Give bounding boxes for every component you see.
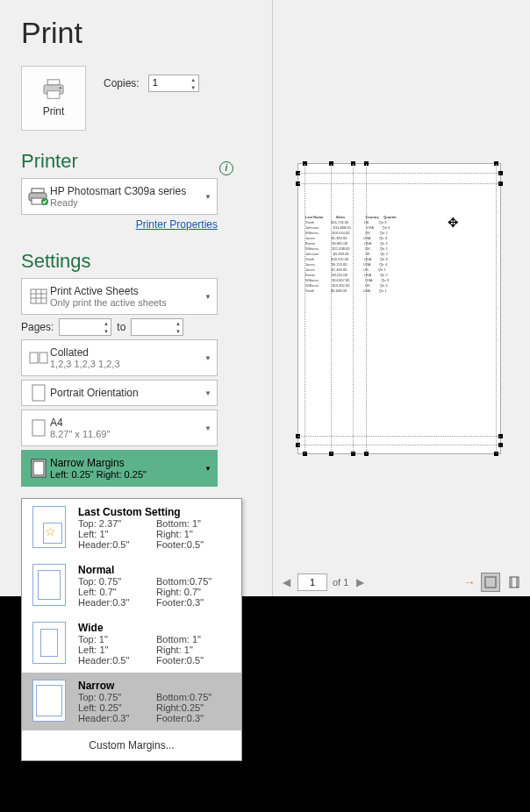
svg-rect-8 (31, 289, 47, 303)
svg-rect-15 (32, 385, 45, 401)
margins-label: Narrow Margins (50, 457, 201, 469)
chevron-down-icon: ▼ (204, 354, 211, 362)
copies-row: Copies: ▲▼ (104, 66, 199, 92)
margins-thumb-icon (32, 680, 66, 722)
print-what-label: Print Active Sheets (50, 285, 201, 297)
margins-option-last-custom[interactable]: ☆ Last Custom Setting Top: 2.37" Bottom:… (22, 499, 241, 557)
copies-down[interactable]: ▼ (190, 83, 197, 91)
printer-icon (41, 79, 66, 100)
svg-rect-2 (47, 91, 60, 99)
collate-label: Collated (50, 346, 201, 359)
margins-option-narrow[interactable]: Narrow Top: 0.75" Bottom:0.75" Left: 0.2… (22, 673, 241, 730)
zoom-to-page-button[interactable] (481, 573, 500, 592)
paper-sub: 8.27" x 11.69" (50, 429, 201, 439)
svg-rect-0 (47, 80, 60, 85)
margins-option-normal[interactable]: Normal Top: 0.75" Bottom:0.75" Left: 0.7… (22, 557, 241, 615)
page-title: Print (21, 16, 233, 50)
collate-sub: 1,2,3 1,2,3 1,2,3 (50, 359, 201, 369)
print-what-sub: Only print the active sheets (50, 297, 201, 308)
print-button[interactable]: Print (21, 66, 86, 131)
page-number-input[interactable] (297, 573, 327, 591)
margins-icon (27, 459, 50, 478)
margins-thumb-icon (32, 564, 66, 606)
print-button-label: Print (43, 105, 65, 118)
orientation-label: Portrait Orientation (50, 387, 201, 399)
paper-label: A4 (50, 417, 201, 429)
svg-rect-16 (32, 420, 45, 436)
printer-properties-link[interactable]: Printer Properties (136, 218, 218, 231)
svg-rect-4 (32, 189, 44, 193)
show-margins-button[interactable] (505, 573, 523, 591)
preview-table: Last Name Sales Country Quarter Smith $1… (305, 215, 404, 294)
printer-status-icon (27, 187, 50, 206)
pages-from-spinner[interactable]: ▲▼ (59, 318, 111, 336)
margins-dropdown[interactable]: Narrow Margins Left: 0.25" Right: 0.25" … (21, 450, 218, 487)
copies-spinner[interactable]: ▲▼ (148, 75, 199, 92)
svg-rect-13 (30, 353, 38, 363)
collate-dropdown[interactable]: Collated 1,2,3 1,2,3 1,2,3 ▼ (21, 339, 218, 376)
printer-name: HP Photosmart C309a series (50, 185, 201, 197)
margins-sub: Left: 0.25" Right: 0.25" (50, 469, 201, 480)
margins-option-wide[interactable]: Wide Top: 1" Bottom: 1" Left: 1" Right: … (22, 615, 241, 673)
printer-dropdown[interactable]: HP Photosmart C309a series Ready ▼ (21, 178, 218, 215)
svg-point-3 (60, 87, 61, 89)
chevron-down-icon: ▼ (204, 424, 211, 432)
pages-to-label: to (117, 321, 125, 333)
orientation-dropdown[interactable]: Portrait Orientation ▼ (21, 380, 218, 406)
pages-to-spinner[interactable]: ▲▼ (131, 318, 183, 336)
settings-heading: Settings (21, 250, 233, 273)
svg-rect-14 (39, 353, 47, 363)
collate-icon (27, 350, 50, 366)
pages-label: Pages: (21, 321, 54, 333)
margins-thumb-icon: ☆ (32, 506, 66, 548)
print-what-dropdown[interactable]: Print Active Sheets Only print the activ… (21, 278, 218, 315)
next-page-button[interactable]: ▶ (354, 576, 366, 588)
chevron-down-icon: ▼ (204, 193, 211, 201)
zoom-arrow-icon: → (463, 575, 476, 589)
info-icon[interactable]: i (219, 161, 233, 175)
chevron-down-icon: ▼ (204, 293, 211, 301)
margins-dropdown-panel: ☆ Last Custom Setting Top: 2.37" Bottom:… (21, 498, 242, 761)
page-of-label: of 1 (333, 577, 348, 588)
margins-thumb-icon (32, 622, 66, 664)
svg-rect-19 (485, 577, 496, 588)
margins-custom[interactable]: Custom Margins... (22, 730, 241, 760)
print-preview: ✥ Last Name Sales Country Quarter Smith … (297, 163, 501, 454)
printer-heading: Printer (21, 150, 233, 173)
copies-up[interactable]: ▲ (190, 75, 197, 83)
paper-icon (27, 419, 50, 437)
printer-status: Ready (50, 197, 201, 208)
move-cursor-icon: ✥ (448, 215, 459, 231)
copies-label: Copies: (104, 77, 140, 89)
prev-page-button[interactable]: ◀ (280, 576, 292, 588)
portrait-icon (27, 384, 50, 402)
chevron-down-icon: ▼ (204, 465, 211, 473)
paper-dropdown[interactable]: A4 8.27" x 11.69" ▼ (21, 410, 218, 446)
chevron-down-icon: ▼ (204, 389, 211, 397)
sheet-icon (27, 288, 50, 304)
